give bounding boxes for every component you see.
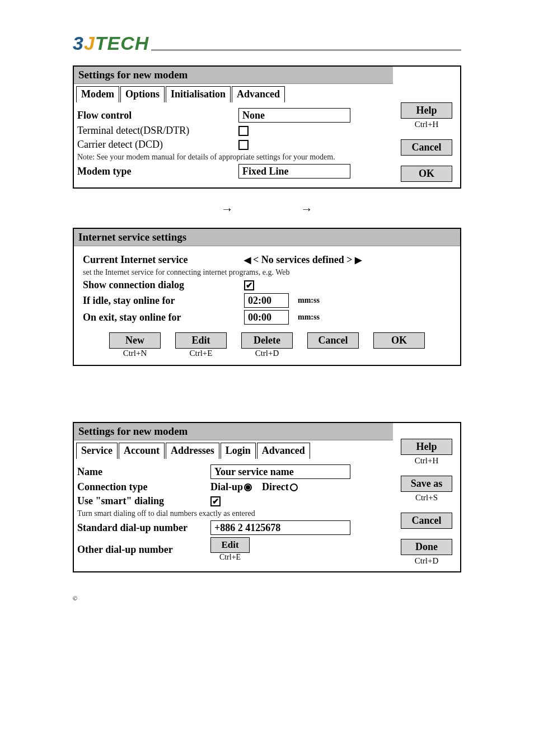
- ok-button[interactable]: OK: [401, 166, 452, 182]
- logo-part-tech: TECH: [95, 32, 149, 54]
- help-shortcut: Ctrl+H: [415, 120, 439, 129]
- carrier-detect-label: Carrier detect (DCD): [77, 139, 234, 151]
- service-settings-panel: Settings for new modem Service Account A…: [73, 422, 461, 572]
- radio-direct[interactable]: Direct: [262, 481, 298, 493]
- service-name-input[interactable]: Your service name: [210, 464, 350, 479]
- save-as-shortcut: Ctrl+S: [415, 493, 438, 503]
- exit-suffix: mm:ss: [298, 313, 320, 322]
- idle-suffix: mm:ss: [298, 296, 320, 305]
- other-dialup-label: Other dial-up number: [77, 544, 206, 556]
- panel1-tabs: Modem Options Initialisation Advanced: [74, 84, 393, 102]
- help-button[interactable]: Help: [401, 439, 452, 455]
- help-button[interactable]: Help: [401, 102, 452, 119]
- logo: 3JTECH: [73, 32, 461, 54]
- help-shortcut: Ctrl+H: [415, 456, 439, 466]
- edit-button[interactable]: Edit: [175, 332, 227, 349]
- cancel-button[interactable]: Cancel: [307, 332, 359, 349]
- nav-arrows: → →: [73, 202, 461, 217]
- service-name-label: Name: [77, 466, 206, 478]
- other-dialup-edit-shortcut: Ctrl+E: [210, 553, 250, 562]
- carrier-detect-checkbox[interactable]: [238, 140, 249, 150]
- show-connection-checkbox[interactable]: ✔: [244, 280, 254, 290]
- flow-control-label: Flow control: [77, 110, 234, 121]
- modem-settings-panel: Settings for new modem Modem Options Ini…: [73, 65, 461, 189]
- spin-right-icon[interactable]: ▶: [355, 255, 362, 265]
- radio-dialup[interactable]: Dial-up: [210, 481, 252, 493]
- panel2-title: Internet service settings: [74, 229, 460, 246]
- arrow-icon: →: [301, 202, 313, 217]
- tab-initialisation[interactable]: Initialisation: [166, 86, 231, 102]
- smart-dialing-label: Use "smart" dialing: [77, 495, 206, 507]
- tab-addresses[interactable]: Addresses: [166, 443, 219, 459]
- done-shortcut: Ctrl+D: [415, 556, 439, 566]
- new-shortcut: Ctrl+N: [123, 349, 147, 358]
- flow-control-select[interactable]: None: [238, 108, 350, 123]
- delete-button[interactable]: Delete: [241, 332, 293, 349]
- terminal-detect-checkbox[interactable]: [238, 126, 249, 136]
- terminal-detect-label: Terminal detect(DSR/DTR): [77, 125, 234, 137]
- radio-dialup-label: Dial-up: [210, 481, 243, 493]
- tab-advanced-2[interactable]: Advanced: [257, 443, 310, 459]
- current-service-spinner[interactable]: ◀ < No services defined > ▶: [244, 254, 362, 266]
- current-service-label: Current Internet service: [83, 254, 240, 266]
- tab-advanced[interactable]: Advanced: [232, 86, 285, 102]
- idle-online-label: If idle, stay online for: [83, 295, 240, 307]
- panel3-title: Settings for new modem: [74, 423, 393, 440]
- save-as-button[interactable]: Save as: [401, 476, 452, 492]
- cancel-button[interactable]: Cancel: [401, 139, 452, 156]
- connection-type-label: Connection type: [77, 481, 206, 493]
- panel3-tabs: Service Account Addresses Login Advanced: [74, 440, 393, 459]
- arrow-icon: →: [221, 202, 233, 217]
- modem-type-label: Modem type: [77, 166, 234, 177]
- spin-left-icon[interactable]: ◀: [244, 255, 251, 265]
- copyright: ©: [73, 595, 461, 602]
- exit-online-label: On exit, stay online for: [83, 312, 240, 323]
- radio-empty-icon: [290, 483, 298, 491]
- logo-part-j: J: [84, 32, 95, 54]
- logo-part-3: 3: [73, 32, 84, 54]
- smart-dialing-checkbox[interactable]: ✔: [210, 496, 221, 506]
- show-connection-label: Show connection dialog: [83, 279, 240, 291]
- tab-login[interactable]: Login: [221, 443, 256, 459]
- ok-button[interactable]: OK: [373, 332, 425, 349]
- exit-online-input[interactable]: 00:00: [244, 310, 289, 325]
- panel1-title: Settings for new modem: [74, 67, 393, 84]
- logo-rule: [151, 49, 461, 51]
- radio-direct-label: Direct: [262, 481, 289, 493]
- idle-online-input[interactable]: 02:00: [244, 293, 289, 308]
- delete-shortcut: Ctrl+D: [255, 349, 279, 358]
- tab-options[interactable]: Options: [120, 86, 165, 102]
- tab-service[interactable]: Service: [76, 443, 118, 459]
- smart-dialing-hint: Turn smart dialing off to dial numbers e…: [77, 509, 390, 518]
- std-dialup-input[interactable]: +886 2 4125678: [210, 520, 350, 535]
- radio-filled-icon: [244, 483, 252, 491]
- other-dialup-edit-button[interactable]: Edit: [210, 537, 250, 553]
- edit-shortcut: Ctrl+E: [190, 349, 213, 358]
- current-service-hint: set the Internet service for connecting …: [83, 268, 451, 277]
- tab-account[interactable]: Account: [119, 443, 165, 459]
- internet-service-panel: Internet service settings Current Intern…: [73, 228, 461, 366]
- cancel-button[interactable]: Cancel: [401, 513, 452, 529]
- modem-note: Note: See your modem manual for details …: [77, 153, 390, 162]
- current-service-value: < No services defined >: [253, 254, 353, 266]
- done-button[interactable]: Done: [401, 539, 452, 555]
- new-button[interactable]: New: [109, 332, 161, 349]
- tab-modem[interactable]: Modem: [76, 86, 119, 102]
- modem-type-select[interactable]: Fixed Line: [238, 164, 350, 179]
- std-dialup-label: Standard dial-up number: [77, 522, 206, 534]
